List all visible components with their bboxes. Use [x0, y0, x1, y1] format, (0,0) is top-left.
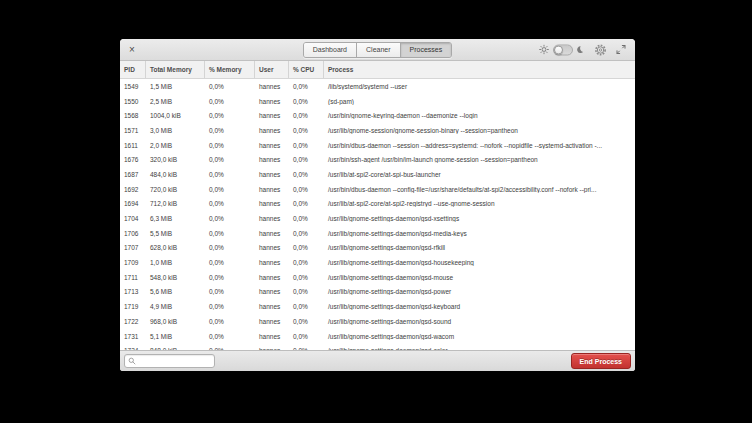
cell-pid: 1550: [120, 98, 146, 105]
cell-pct_cpu: 0,0%: [289, 186, 324, 193]
column-header-process[interactable]: Process: [324, 61, 635, 78]
cell-pct_cpu: 0,0%: [289, 303, 324, 310]
cell-user: hannes: [255, 347, 289, 350]
cell-process: /usr/lib/gnome-settings-daemon/gsd-power: [324, 288, 635, 295]
close-button[interactable]: ×: [129, 45, 135, 55]
cell-pct_memory: 0,0%: [205, 230, 255, 237]
cell-pid: 1692: [120, 186, 146, 193]
cell-process: /usr/lib/gnome-settings-daemon/gsd-sound: [324, 318, 635, 325]
cell-pct_memory: 0,0%: [205, 98, 255, 105]
cell-pct_memory: 0,0%: [205, 288, 255, 295]
cell-user: hannes: [255, 274, 289, 281]
table-row[interactable]: 17091,0 MiB0,0%hannes0,0%/usr/lib/gnome-…: [120, 255, 635, 270]
cell-total_memory: 712,0 kiB: [146, 200, 205, 207]
table-row[interactable]: 17194,9 MiB0,0%hannes0,0%/usr/lib/gnome-…: [120, 299, 635, 314]
cell-pct_memory: 0,0%: [205, 83, 255, 90]
table-row[interactable]: 1711548,0 kiB0,0%hannes0,0%/usr/lib/gnom…: [120, 270, 635, 285]
table-row[interactable]: 1687484,0 kiB0,0%hannes0,0%/usr/lib/at-s…: [120, 167, 635, 182]
cell-pct_cpu: 0,0%: [289, 215, 324, 222]
table-row[interactable]: 17065,5 MiB0,0%hannes0,0%/usr/lib/gnome-…: [120, 226, 635, 241]
cell-pid: 1722: [120, 318, 146, 325]
cell-pid: 1611: [120, 142, 146, 149]
cell-pct_memory: 0,0%: [205, 318, 255, 325]
cell-pct_cpu: 0,0%: [289, 98, 324, 105]
tab-cleaner[interactable]: Cleaner: [357, 43, 401, 57]
view-switcher: Dashboard Cleaner Processes: [303, 42, 452, 58]
cell-pid: 1549: [120, 83, 146, 90]
tab-processes[interactable]: Processes: [401, 43, 452, 57]
cell-process: /usr/lib/gnome-settings-daemon/gsd-media…: [324, 230, 635, 237]
column-header-pid[interactable]: PID: [120, 61, 146, 78]
cell-pct_cpu: 0,0%: [289, 244, 324, 251]
cell-total_memory: 848,0 kiB: [146, 347, 205, 350]
cell-pct_cpu: 0,0%: [289, 230, 324, 237]
column-header-total-memory[interactable]: Total Memory: [146, 61, 205, 78]
table-row[interactable]: 15502,5 MiB0,0%hannes0,0%(sd-pam): [120, 94, 635, 109]
cell-total_memory: 628,0 kiB: [146, 244, 205, 251]
table-row[interactable]: 1734848,0 kiB0,0%hannes0,0%/usr/lib/gnom…: [120, 343, 635, 350]
table-row[interactable]: 15713,0 MiB0,0%hannes0,0%/usr/lib/gnome-…: [120, 123, 635, 138]
expand-icon[interactable]: [616, 45, 626, 55]
cell-user: hannes: [255, 259, 289, 266]
table-header-row: PID Total Memory % Memory User % CPU Pro…: [120, 61, 635, 79]
cell-user: hannes: [255, 98, 289, 105]
table-row[interactable]: 15491,5 MiB0,0%hannes0,0%/lib/systemd/sy…: [120, 79, 635, 94]
cell-pct_cpu: 0,0%: [289, 112, 324, 119]
cell-pct_cpu: 0,0%: [289, 83, 324, 90]
cell-process: /usr/lib/gnome-settings-daemon/gsd-color: [324, 347, 635, 350]
cell-total_memory: 484,0 kiB: [146, 171, 205, 178]
table-row[interactable]: 17046,3 MiB0,0%hannes0,0%/usr/lib/gnome-…: [120, 211, 635, 226]
table-row[interactable]: 1707628,0 kiB0,0%hannes0,0%/usr/lib/gnom…: [120, 241, 635, 256]
cell-total_memory: 4,9 MiB: [146, 303, 205, 310]
desktop-background: × Dashboard Cleaner Processes: [0, 0, 752, 423]
cell-process: /usr/lib/gnome-settings-daemon/gsd-xsett…: [324, 215, 635, 222]
sun-icon: [539, 45, 549, 55]
cell-pid: 1734: [120, 347, 146, 350]
cell-total_memory: 720,0 kiB: [146, 186, 205, 193]
theme-toggle[interactable]: [553, 44, 573, 55]
cell-pct_cpu: 0,0%: [289, 288, 324, 295]
table-row[interactable]: 15681004,0 kiB0,0%hannes0,0%/usr/bin/gno…: [120, 108, 635, 123]
cell-pid: 1706: [120, 230, 146, 237]
cell-process: /usr/lib/gnome-settings-daemon/gsd-house…: [324, 259, 635, 266]
column-header-pct-cpu[interactable]: % CPU: [289, 61, 324, 78]
table-row[interactable]: 1722968,0 kiB0,0%hannes0,0%/usr/lib/gnom…: [120, 314, 635, 329]
cell-pid: 1676: [120, 156, 146, 163]
cell-pct_memory: 0,0%: [205, 171, 255, 178]
tab-dashboard[interactable]: Dashboard: [304, 43, 357, 57]
cell-user: hannes: [255, 244, 289, 251]
search-input[interactable]: [136, 358, 212, 365]
cell-pct_cpu: 0,0%: [289, 127, 324, 134]
table-row[interactable]: 17315,1 MiB0,0%hannes0,0%/usr/lib/gnome-…: [120, 329, 635, 344]
cell-pct_memory: 0,0%: [205, 274, 255, 281]
cell-pct_memory: 0,0%: [205, 127, 255, 134]
table-row[interactable]: 1694712,0 kiB0,0%hannes0,0%/usr/lib/at-s…: [120, 197, 635, 212]
column-header-pct-memory[interactable]: % Memory: [205, 61, 255, 78]
cell-user: hannes: [255, 83, 289, 90]
table-row[interactable]: 16112,0 MiB0,0%hannes0,0%/usr/bin/dbus-d…: [120, 138, 635, 153]
toggle-knob: [554, 45, 563, 54]
table-row[interactable]: 1692720,0 kiB0,0%hannes0,0%/usr/bin/dbus…: [120, 182, 635, 197]
cell-user: hannes: [255, 200, 289, 207]
end-process-button[interactable]: End Process: [571, 353, 631, 369]
cell-pid: 1707: [120, 244, 146, 251]
cell-pct_cpu: 0,0%: [289, 318, 324, 325]
cell-pct_memory: 0,0%: [205, 200, 255, 207]
cell-user: hannes: [255, 112, 289, 119]
cell-pid: 1713: [120, 288, 146, 295]
column-header-user[interactable]: User: [255, 61, 289, 78]
cell-pct_memory: 0,0%: [205, 186, 255, 193]
monitor-app-window: × Dashboard Cleaner Processes: [120, 39, 635, 371]
cell-total_memory: 5,6 MiB: [146, 288, 205, 295]
cell-process: /usr/bin/dbus-daemon --config-file=/usr/…: [324, 186, 635, 193]
cell-user: hannes: [255, 318, 289, 325]
cell-pct_memory: 0,0%: [205, 112, 255, 119]
gear-icon[interactable]: [594, 43, 607, 56]
cell-pid: 1571: [120, 127, 146, 134]
table-row[interactable]: 17135,6 MiB0,0%hannes0,0%/usr/lib/gnome-…: [120, 285, 635, 300]
cell-pct_memory: 0,0%: [205, 244, 255, 251]
table-row[interactable]: 1676320,0 kiB0,0%hannes0,0%/usr/bin/ssh-…: [120, 152, 635, 167]
cell-pct_memory: 0,0%: [205, 142, 255, 149]
cell-process: /usr/bin/ssh-agent /usr/bin/im-launch gn…: [324, 156, 635, 163]
cell-pct_memory: 0,0%: [205, 156, 255, 163]
